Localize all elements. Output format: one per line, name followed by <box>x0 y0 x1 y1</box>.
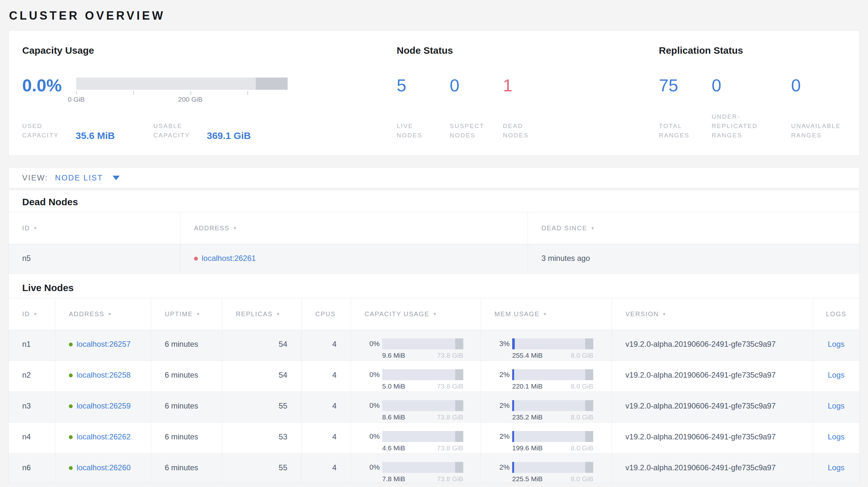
live-node-row-n1: n1 localhost:26257 6 minutes 54 4 0% 9.6… <box>9 330 859 361</box>
col-header-dead-since[interactable]: DEAD SINCE ▼ <box>528 212 859 244</box>
sort-arrow-icon: ▼ <box>108 312 112 317</box>
logs-link[interactable]: Logs <box>828 432 844 441</box>
node-address-link[interactable]: localhost:26258 <box>76 370 131 379</box>
live-node-row-n4: n4 localhost:26262 6 minutes 53 4 0% 4.6… <box>9 423 859 454</box>
cell-capacity-usage: 0% 5.0 MiB73.8 GiB <box>351 361 480 391</box>
view-dropdown-selected: NODE LIST <box>55 173 103 183</box>
gauge-tick-label-200: 200 GiB <box>178 96 203 103</box>
dead-nodes-table: ID ▼ ADDRESS ▼ DEAD SINCE ▼ n5 localhost… <box>9 212 859 274</box>
col-header-address[interactable]: ADDRESS ▼ <box>55 298 151 330</box>
cell-node-address: localhost:26257 <box>55 330 151 361</box>
capacity-used: 4.6 MiB <box>382 444 405 452</box>
capacity-bar <box>382 338 463 349</box>
cluster-overview-page: CLUSTER OVERVIEW Capacity Usage 0.0% <box>0 0 868 487</box>
usable-capacity-label: USABLE CAPACITY <box>153 121 198 140</box>
cell-node-id: n3 <box>9 392 55 422</box>
total-ranges-count: 75 <box>659 76 712 94</box>
usable-capacity-stat: USABLE CAPACITY 369.1 GiB <box>153 121 251 140</box>
cell-mem-usage: 2% 220.1 MiB8.0 GiB <box>480 361 612 391</box>
capacity-bar <box>382 431 463 442</box>
node-address-link[interactable]: localhost:26259 <box>76 401 131 410</box>
cell-logs: Logs <box>813 361 859 391</box>
cell-cpus: 4 <box>302 454 351 483</box>
node-address-link[interactable]: localhost:26262 <box>76 432 131 441</box>
cell-uptime: 6 minutes <box>151 361 222 391</box>
logs-link[interactable]: Logs <box>828 401 844 410</box>
node-address-link[interactable]: localhost:26257 <box>76 340 131 348</box>
live-node-dot-icon <box>69 435 73 439</box>
cell-logs: Logs <box>813 423 859 453</box>
cell-cpus: 4 <box>302 392 351 422</box>
unavailable-ranges-label: UNAVAILABLE RANGES <box>791 121 841 140</box>
logs-link[interactable]: Logs <box>828 370 844 379</box>
col-header-cpus[interactable]: CPUS <box>302 298 351 330</box>
capacity-used: 7.8 MiB <box>382 475 405 483</box>
used-capacity-value: 35.6 MiB <box>75 131 115 140</box>
mem-total: 8.0 GiB <box>571 475 593 483</box>
col-header-id[interactable]: ID ▼ <box>9 212 180 244</box>
cell-version: v19.2.0-alpha.20190606-2491-gfe735c9a97 <box>612 423 813 453</box>
usable-capacity-value: 369.1 GiB <box>207 131 251 140</box>
capacity-gauge-reserved-segment <box>256 77 288 90</box>
nodes-tables-panel: Dead Nodes ID ▼ ADDRESS ▼ DEAD SINCE ▼ n… <box>8 190 860 483</box>
mem-used: 220.1 MiB <box>512 383 543 390</box>
cell-node-id: n2 <box>9 361 55 391</box>
col-header-version[interactable]: VERSION ▼ <box>612 298 813 330</box>
cluster-summary-panel: Capacity Usage 0.0% 0 GiB 200 Gi <box>8 30 860 156</box>
live-node-row-n6: n6 localhost:26260 6 minutes 55 4 0% 7.8… <box>9 454 859 483</box>
live-nodes-table: ID ▼ ADDRESS ▼ UPTIME ▼ REPLICAS ▼ CPUS <box>9 298 859 483</box>
capacity-total: 73.8 GiB <box>437 444 463 452</box>
col-header-address[interactable]: ADDRESS ▼ <box>180 212 528 244</box>
col-header-uptime[interactable]: UPTIME ▼ <box>151 298 222 330</box>
capacity-percent: 0.0% <box>22 76 64 94</box>
cell-capacity-usage: 0% 8.6 MiB73.8 GiB <box>351 392 480 422</box>
cell-logs: Logs <box>813 330 859 361</box>
cell-uptime: 6 minutes <box>151 330 222 361</box>
cell-cpus: 4 <box>302 330 351 361</box>
col-header-mem-usage[interactable]: MEM USAGE ▼ <box>480 298 612 330</box>
capacity-percent: 0% <box>365 370 380 379</box>
capacity-bar <box>382 462 463 473</box>
mem-used: 235.2 MiB <box>512 413 543 421</box>
dead-node-dot-icon <box>194 257 198 261</box>
sort-arrow-icon: ▼ <box>276 312 280 317</box>
view-dropdown[interactable]: NODE LIST <box>55 173 120 183</box>
live-node-dot-icon <box>69 466 73 470</box>
cell-logs: Logs <box>813 454 859 483</box>
cell-capacity-usage: 0% 7.8 MiB73.8 GiB <box>351 454 480 483</box>
sort-arrow-icon: ▼ <box>590 226 594 231</box>
capacity-total: 73.8 GiB <box>437 383 463 390</box>
cell-cpus: 4 <box>302 423 351 453</box>
node-address-link[interactable]: localhost:26260 <box>76 463 131 472</box>
mem-total: 8.0 GiB <box>571 352 593 359</box>
live-node-dot-icon <box>69 374 73 377</box>
capacity-gauge-track <box>76 77 288 90</box>
cell-uptime: 6 minutes <box>151 392 222 422</box>
capacity-usage-title: Capacity Usage <box>22 45 391 56</box>
total-ranges-label: TOTAL RANGES <box>659 121 712 140</box>
cell-version: v19.2.0-alpha.20190606-2491-gfe735c9a97 <box>612 330 813 361</box>
capacity-used: 8.6 MiB <box>382 413 405 421</box>
logs-link[interactable]: Logs <box>828 463 844 472</box>
cell-replicas: 55 <box>222 454 302 483</box>
live-nodes-header-row: ID ▼ ADDRESS ▼ UPTIME ▼ REPLICAS ▼ CPUS <box>9 298 859 330</box>
col-header-id[interactable]: ID ▼ <box>9 298 55 330</box>
sort-arrow-icon: ▼ <box>33 226 37 231</box>
capacity-gauge-row: 0.0% 0 GiB 200 GiB <box>22 76 391 104</box>
mem-percent: 2% <box>494 432 509 441</box>
logs-link[interactable]: Logs <box>828 340 844 348</box>
capacity-used: 9.6 MiB <box>382 352 405 359</box>
capacity-bar <box>382 400 463 411</box>
view-label: VIEW: <box>22 173 48 183</box>
col-header-capacity-usage[interactable]: CAPACITY USAGE ▼ <box>351 298 480 330</box>
dead-nodes-label: DEAD NODES <box>503 121 556 140</box>
col-header-replicas[interactable]: REPLICAS ▼ <box>222 298 302 330</box>
sort-arrow-icon: ▼ <box>433 312 437 317</box>
capacity-gauge-ticks <box>76 90 288 95</box>
node-address-link[interactable]: localhost:26261 <box>202 254 256 262</box>
capacity-percent: 0% <box>365 463 380 472</box>
live-nodes-heading: Live Nodes <box>9 274 859 298</box>
cell-node-address: localhost:26262 <box>55 423 151 453</box>
replication-status-title: Replication Status <box>659 45 859 56</box>
capacity-percent: 0% <box>365 340 380 348</box>
